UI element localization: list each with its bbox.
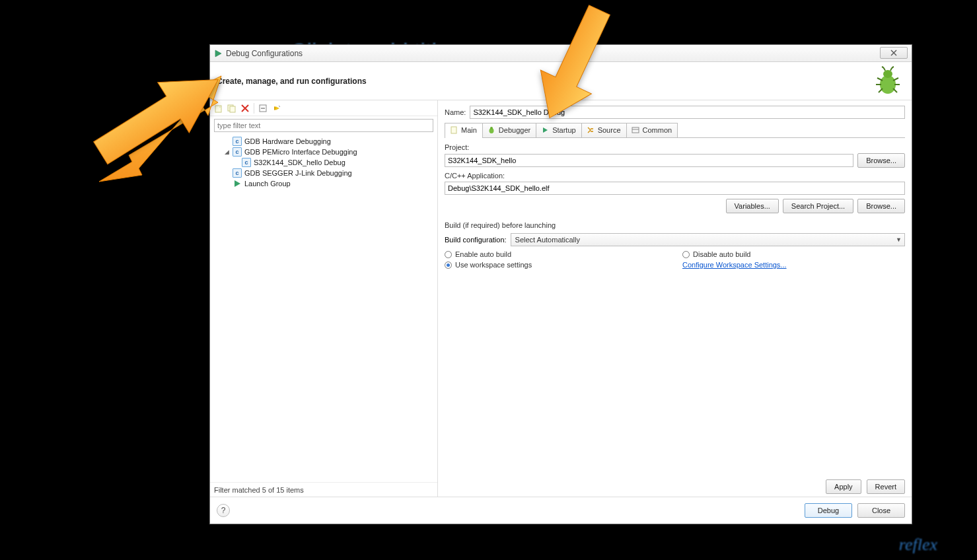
svg-marker-12	[275, 106, 279, 110]
radio-text: Disable auto build	[693, 250, 750, 258]
configure-workspace-link[interactable]: Configure Workspace Settings...	[682, 261, 787, 269]
filter-status: Filter matched 5 of 15 items	[210, 482, 437, 497]
tab-main[interactable]: Main	[445, 123, 483, 137]
bug-small-icon	[487, 125, 496, 135]
build-heading: Build (if required) before launching	[445, 221, 905, 229]
tree-label: GDB Hardware Debugging	[244, 137, 331, 145]
config-toolbar	[210, 100, 437, 116]
svg-marker-13	[235, 180, 240, 187]
radio-disable-auto[interactable]: Disable auto build	[682, 250, 787, 258]
annotation-arrow-startup-clean	[515, 0, 634, 129]
svg-point-5	[880, 75, 896, 94]
help-icon[interactable]: ?	[217, 504, 230, 517]
build-config-label: Build configuration:	[445, 236, 507, 244]
ccapp-input[interactable]	[445, 182, 905, 195]
apply-button[interactable]: Apply	[826, 479, 861, 494]
doc-icon	[449, 125, 458, 135]
svg-point-6	[883, 70, 892, 78]
background-blur-footer: reflex	[899, 535, 937, 555]
c-launch-icon: c	[233, 168, 242, 178]
close-button[interactable]: Close	[857, 503, 905, 518]
tree-gdb-pemicro[interactable]: ◢ c GDB PEMicro Interface Debugging	[214, 147, 433, 157]
radio-use-workspace[interactable]: Use workspace settings	[445, 261, 682, 269]
annotation-arrow-toolbar-clean	[92, 50, 231, 192]
tree-label: GDB SEGGER J-Link Debugging	[244, 169, 352, 177]
tree-label: GDB PEMicro Interface Debugging	[244, 148, 357, 156]
tree-launch-group[interactable]: Launch Group	[214, 178, 433, 189]
svg-rect-14	[451, 127, 456, 133]
ccapp-browse-button[interactable]: Browse...	[857, 199, 905, 213]
dialog-header-text: Create, manage, and run configurations	[217, 77, 367, 86]
revert-button[interactable]: Revert	[867, 479, 905, 494]
tree-sdk-hello-debug[interactable]: c S32K144_SDK_hello Debug	[214, 157, 433, 168]
radio-on-icon	[445, 262, 452, 269]
project-input[interactable]	[445, 154, 853, 167]
tree-label: Launch Group	[244, 180, 291, 188]
tree-gdb-segger[interactable]: c GDB SEGGER J-Link Debugging	[214, 168, 433, 178]
svg-marker-2	[92, 54, 231, 178]
svg-marker-3	[524, 0, 625, 129]
filter-icon[interactable]	[270, 102, 282, 114]
dialog-footer: ? Debug Close	[210, 497, 912, 524]
bug-icon	[872, 65, 904, 96]
search-project-button[interactable]: Search Project...	[783, 199, 853, 213]
c-launch-icon: c	[233, 147, 242, 157]
dropdown-value: Select Automatically	[515, 236, 580, 244]
tree-label: S32K144_SDK_hello Debug	[254, 158, 345, 166]
tabs: Main Debugger Startup Source Common	[445, 123, 905, 138]
build-config-dropdown[interactable]: Select Automatically ▼	[511, 233, 905, 246]
window-close-button[interactable]	[880, 47, 908, 59]
tab-label: Common	[643, 126, 672, 134]
radio-off-icon	[682, 251, 690, 258]
ccapp-label: C/C++ Application:	[445, 172, 905, 180]
project-label: Project:	[445, 143, 905, 151]
config-tree[interactable]: c GDB Hardware Debugging ◢ c GDB PEMicro…	[210, 136, 437, 482]
chevron-down-icon: ▼	[896, 236, 902, 243]
tree-gdb-hardware[interactable]: c GDB Hardware Debugging	[214, 136, 433, 147]
debug-button[interactable]: Debug	[805, 503, 852, 518]
radio-enable-auto[interactable]: Enable auto build	[445, 250, 682, 258]
toolbar-separator	[254, 103, 254, 114]
right-panel: Name: Main Debugger Startup S	[438, 100, 912, 497]
c-launch-icon: c	[242, 158, 251, 167]
filter-input[interactable]	[214, 119, 433, 132]
left-panel: c GDB Hardware Debugging ◢ c GDB PEMicro…	[210, 100, 438, 497]
collapse-icon[interactable]	[257, 102, 269, 114]
radio-off-icon	[445, 251, 452, 258]
c-launch-icon: c	[233, 137, 242, 146]
name-label: Name:	[445, 108, 466, 116]
window-title: Debug Configurations	[226, 49, 303, 58]
radio-text: Enable auto build	[455, 250, 511, 258]
radio-text: Use workspace settings	[455, 261, 532, 269]
delete-config-icon[interactable]	[239, 102, 251, 114]
launch-group-icon	[233, 179, 242, 188]
tab-label: Main	[461, 126, 477, 134]
project-browse-button[interactable]: Browse...	[857, 153, 905, 168]
variables-button[interactable]: Variables...	[726, 199, 779, 213]
svg-point-16	[490, 127, 493, 129]
